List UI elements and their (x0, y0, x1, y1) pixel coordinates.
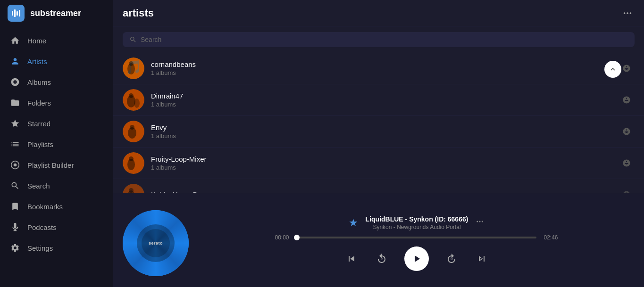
sidebar-item-home[interactable]: Home (0, 30, 113, 51)
sidebar-item-playlists[interactable]: Playlists (0, 134, 113, 155)
artist-info-envy: Envy 1 albums (151, 123, 619, 139)
artists-search-input[interactable] (141, 36, 628, 43)
album-art: serato (123, 205, 189, 281)
artist-item[interactable]: KaldasHeavyD (113, 179, 644, 193)
player-bar: serato ★ LiquidBLUE - Synkon (ID: 66666)… (113, 193, 644, 287)
player-controls: 10 10 (344, 246, 489, 271)
artists-icon (9, 56, 21, 67)
artist-item[interactable]: 🎵 cornandbeans 1 albums (113, 53, 644, 84)
sidebar-label-playlists: Playlists (27, 140, 53, 148)
sidebar-item-settings[interactable]: Settings (0, 238, 113, 258)
sidebar-label-artists: Artists (27, 57, 47, 66)
player-track-subtitle: Synkon - Newgrounds Audio Portal (366, 224, 468, 230)
sidebar-item-playlist-builder[interactable]: Playlist Builder (0, 155, 113, 175)
svg-point-17 (134, 98, 140, 108)
artist-name: Envy (151, 123, 619, 131)
header-more-button[interactable] (620, 6, 635, 20)
artist-albums: 1 albums (151, 69, 619, 76)
svg-text:10: 10 (450, 258, 453, 261)
player-star-button[interactable]: ★ (349, 217, 358, 229)
time-total: 02:46 (541, 234, 558, 241)
replay-button[interactable]: 10 (374, 251, 389, 266)
artist-item[interactable]: Dimrain47 1 albums (113, 84, 644, 116)
sidebar-label-settings: Settings (27, 244, 53, 252)
svg-rect-0 (12, 11, 13, 16)
progress-track[interactable] (297, 237, 536, 238)
sidebar-label-home: Home (27, 37, 46, 45)
svg-text:10: 10 (380, 258, 383, 261)
page-title: artists (123, 7, 154, 19)
artist-more-button[interactable] (619, 157, 635, 169)
artist-name: cornandbeans (151, 60, 619, 68)
svg-point-29 (482, 221, 483, 222)
artist-info-fruity: Fruity-Loop-Mixer 1 albums (151, 155, 619, 171)
player-more-button[interactable] (476, 217, 484, 228)
search-bar (123, 32, 635, 47)
artist-info-cornandbeans: cornandbeans 1 albums (151, 60, 619, 76)
sidebar-label-podcasts: Podcasts (27, 223, 57, 231)
sidebar-item-albums[interactable]: Albums (0, 72, 113, 92)
sidebar-label-starred: Starred (27, 120, 50, 128)
time-current: 00:00 (275, 234, 292, 241)
artist-albums: 1 albums (151, 132, 619, 139)
main-header: artists (113, 0, 644, 26)
svg-point-23 (129, 156, 134, 161)
svg-point-28 (479, 221, 481, 222)
svg-point-13 (129, 61, 134, 66)
prev-button[interactable] (344, 251, 359, 266)
sidebar-label-bookmarks: Bookmarks (27, 203, 63, 211)
search-icon (129, 36, 137, 43)
player-top: serato ★ LiquidBLUE - Synkon (ID: 66666)… (113, 193, 644, 287)
artist-avatar-cornandbeans: 🎵 (123, 57, 144, 79)
search-container (113, 26, 644, 53)
sidebar-label-albums: Albums (27, 78, 51, 86)
next-button[interactable] (474, 251, 489, 266)
artist-item[interactable]: Envy 1 albums (113, 116, 644, 148)
sidebar-item-starred[interactable]: Starred (0, 113, 113, 134)
play-button[interactable] (404, 246, 429, 271)
forward-button[interactable]: 10 (444, 251, 459, 266)
sidebar-item-artists[interactable]: Artists (0, 51, 113, 72)
player-track-title: LiquidBLUE - Synkon (ID: 66666) (366, 215, 468, 223)
sidebar-label-search: Search (27, 182, 50, 190)
svg-point-20 (130, 125, 134, 130)
folders-icon (9, 97, 21, 108)
artist-avatar-dimrain47 (123, 89, 144, 111)
sidebar: substreamer Home Artists Albums (0, 0, 113, 287)
svg-point-7 (627, 12, 628, 14)
settings-icon (9, 242, 21, 254)
search-nav-icon (9, 180, 21, 191)
sidebar-label-folders: Folders (27, 99, 51, 107)
sidebar-item-podcasts[interactable]: Podcasts (0, 217, 113, 238)
artist-item[interactable]: Fruity-Loop-Mixer 1 albums (113, 148, 644, 179)
artist-more-button[interactable] (619, 125, 635, 138)
artist-albums: 1 albums (151, 164, 619, 171)
svg-point-16 (129, 93, 134, 98)
artist-info-dimrain47: Dimrain47 1 albums (151, 92, 619, 108)
svg-point-24 (123, 184, 144, 193)
progress-thumb (294, 235, 300, 240)
starred-icon (9, 118, 21, 129)
svg-point-26 (129, 188, 134, 193)
podcasts-icon (9, 221, 21, 233)
scroll-up-button[interactable] (604, 61, 621, 78)
sidebar-item-bookmarks[interactable]: Bookmarks (0, 196, 113, 217)
svg-point-5 (14, 164, 17, 167)
bookmarks-icon (9, 201, 21, 212)
playlist-builder-icon (9, 159, 21, 171)
artist-more-button[interactable] (619, 189, 635, 193)
sidebar-nav: Home Artists Albums Folders (0, 26, 113, 287)
artist-more-button[interactable] (619, 94, 635, 106)
player-progress: 00:00 02:46 (275, 234, 558, 241)
sidebar-label-playlist-builder: Playlist Builder (27, 161, 74, 169)
svg-rect-3 (19, 10, 20, 16)
artist-avatar-kaldas (123, 184, 144, 193)
sidebar-item-search[interactable]: Search (0, 175, 113, 196)
home-icon (9, 35, 21, 46)
main-content: artists 🎵 (113, 0, 644, 287)
playlists-icon (9, 139, 21, 150)
artist-name: Fruity-Loop-Mixer (151, 155, 619, 163)
artists-list: 🎵 cornandbeans 1 albums (113, 53, 644, 193)
player-center: ★ LiquidBLUE - Synkon (ID: 66666) Synkon… (198, 215, 635, 271)
sidebar-item-folders[interactable]: Folders (0, 92, 113, 113)
